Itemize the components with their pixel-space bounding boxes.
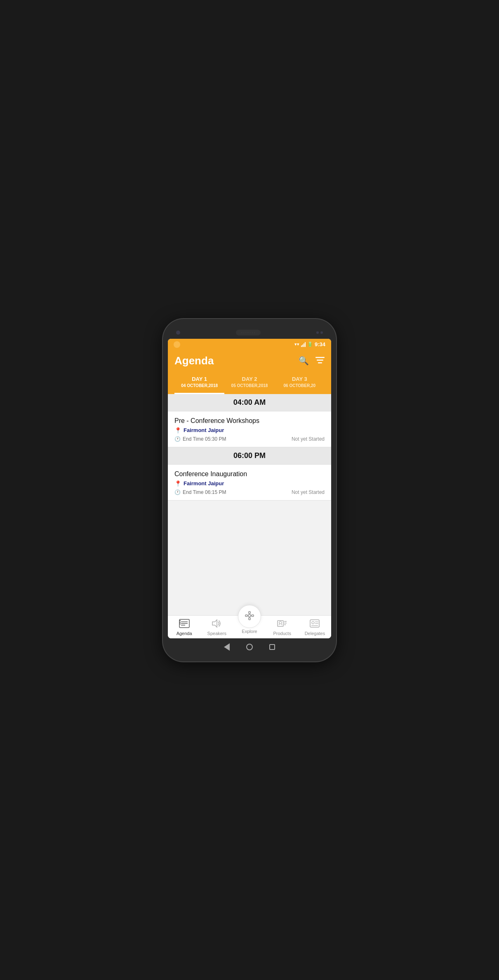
event-title-1: Pre - Conference Workshops xyxy=(174,417,325,425)
agenda-icon xyxy=(179,619,190,630)
location-pin-icon-2: 📍 xyxy=(174,480,181,487)
app-header: Agenda 🔍 DAY 1 xyxy=(168,350,331,394)
end-time-text-1: End Time 05:30 PM xyxy=(183,436,226,442)
nav-item-products[interactable]: Products xyxy=(266,616,299,638)
event-title-2: Conference Inauguration xyxy=(174,470,325,478)
delegates-icon xyxy=(309,619,320,630)
status-bar: ▾▾ 🔋 9:34 xyxy=(168,339,331,350)
tab-day3[interactable]: DAY 3 06 OCTOBER,20 xyxy=(275,372,325,394)
wifi-icon: ▾▾ xyxy=(294,342,299,347)
end-time-1: 🕐 End Time 05:30 PM xyxy=(174,436,226,442)
nav-item-delegates[interactable]: Delegates xyxy=(299,616,331,638)
explore-icon xyxy=(245,611,254,622)
header-icons: 🔍 xyxy=(299,355,325,366)
tabs-row: DAY 1 04 OCTOBER,2018 DAY 2 05 OCTOBER,2… xyxy=(174,372,325,394)
products-icon xyxy=(277,619,287,630)
event-footer-2: 🕐 End Time 06:15 PM Not yet Started xyxy=(174,489,325,495)
nav-item-agenda[interactable]: Agenda xyxy=(168,616,200,638)
tab-day2[interactable]: DAY 2 05 OCTOBER,2018 xyxy=(224,372,274,394)
svg-line-18 xyxy=(279,624,280,625)
svg-point-15 xyxy=(248,614,251,617)
time-header-1: 04:00 AM xyxy=(168,394,331,411)
camera-dot xyxy=(176,331,180,335)
nav-label-delegates: Delegates xyxy=(305,631,325,636)
svg-point-24 xyxy=(312,621,314,624)
event-card-2[interactable]: Conference Inauguration 📍 Fairmont Jaipu… xyxy=(168,465,331,501)
time-header-2: 06:00 PM xyxy=(168,447,331,465)
status-badge-1: Not yet Started xyxy=(292,436,325,442)
phone-shell: ▾▾ 🔋 9:34 Agenda 🔍 xyxy=(163,319,336,661)
location-text-2: Fairmont Jaipur xyxy=(184,480,224,486)
svg-rect-0 xyxy=(315,357,325,358)
tab-day1[interactable]: DAY 1 04 OCTOBER,2018 xyxy=(174,372,224,394)
clock-icon-2: 🕐 xyxy=(174,489,181,495)
svg-rect-13 xyxy=(245,615,247,616)
location-text-1: Fairmont Jaipur xyxy=(184,427,224,433)
app-title: Agenda xyxy=(174,354,214,367)
event-footer-1: 🕐 End Time 05:30 PM Not yet Started xyxy=(174,436,325,442)
nav-label-explore: Explore xyxy=(242,629,257,634)
speakers-icon xyxy=(212,619,222,630)
clock-icon-1: 🕐 xyxy=(174,436,181,442)
tab-day2-label: DAY 2 xyxy=(226,375,273,383)
svg-rect-12 xyxy=(249,618,250,620)
signal-icon xyxy=(301,342,306,347)
screen: ▾▾ 🔋 9:34 Agenda 🔍 xyxy=(168,339,331,638)
header-row: Agenda 🔍 xyxy=(174,354,325,367)
event-card-1[interactable]: Pre - Conference Workshops 📍 Fairmont Ja… xyxy=(168,411,331,447)
status-icons: ▾▾ 🔋 9:34 xyxy=(294,341,325,347)
event-location-2: 📍 Fairmont Jaipur xyxy=(174,480,325,487)
explore-bubble xyxy=(238,605,261,628)
nav-label-speakers: Speakers xyxy=(207,631,226,636)
speaker-grille xyxy=(236,330,261,335)
svg-marker-10 xyxy=(212,620,217,627)
tab-day1-date: 04 OCTOBER,2018 xyxy=(176,383,223,389)
status-time: 9:34 xyxy=(315,341,325,347)
status-indicator xyxy=(174,341,180,348)
svg-rect-14 xyxy=(252,615,254,616)
filter-icon[interactable] xyxy=(315,355,325,366)
phone-top-bar xyxy=(168,326,331,339)
main-content: 04:00 AM Pre - Conference Workshops 📍 Fa… xyxy=(168,394,331,615)
battery-icon: 🔋 xyxy=(307,342,313,347)
svg-point-17 xyxy=(279,621,282,624)
search-icon[interactable]: 🔍 xyxy=(299,356,309,366)
tab-day2-date: 05 OCTOBER,2018 xyxy=(226,383,273,389)
nav-item-explore[interactable]: Explore xyxy=(233,616,266,638)
svg-rect-1 xyxy=(317,360,323,361)
location-pin-icon-1: 📍 xyxy=(174,427,181,434)
bottom-nav: Agenda Speakers xyxy=(168,615,331,638)
empty-area xyxy=(168,501,331,550)
phone-bottom-bar xyxy=(168,638,331,653)
svg-line-19 xyxy=(281,624,282,625)
end-time-2: 🕐 End Time 06:15 PM xyxy=(174,489,226,495)
back-button[interactable] xyxy=(224,643,230,651)
svg-rect-11 xyxy=(249,612,250,614)
home-button[interactable] xyxy=(246,644,253,650)
status-badge-2: Not yet Started xyxy=(292,489,325,495)
tab-day3-label: DAY 3 xyxy=(276,375,323,383)
nav-label-products: Products xyxy=(273,631,291,636)
tab-day3-date: 06 OCTOBER,20 xyxy=(276,383,323,389)
event-location-1: 📍 Fairmont Jaipur xyxy=(174,427,325,434)
recents-button[interactable] xyxy=(269,644,275,650)
svg-rect-2 xyxy=(318,362,322,364)
end-time-text-2: End Time 06:15 PM xyxy=(183,489,226,495)
front-camera-sensors xyxy=(316,331,323,334)
tab-day1-label: DAY 1 xyxy=(176,375,223,383)
nav-item-speakers[interactable]: Speakers xyxy=(200,616,233,638)
nav-label-agenda: Agenda xyxy=(177,631,192,636)
